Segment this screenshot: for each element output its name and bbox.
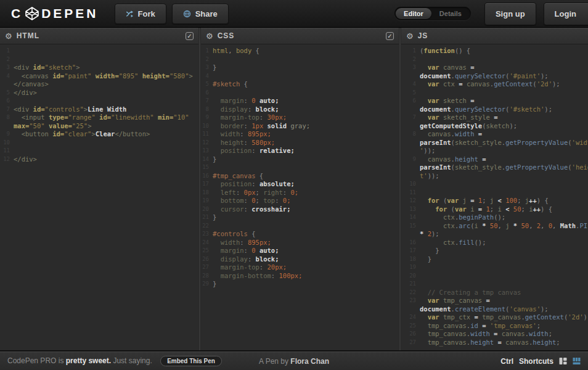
toggle-editor[interactable]: Editor xyxy=(396,8,431,19)
code-line[interactable]: 3 var canvas = xyxy=(401,64,588,72)
code-line[interactable]: 7 var sketch_style = xyxy=(401,113,588,122)
code-line[interactable]: 23 var tmp_canvas = xyxy=(401,297,588,305)
code-line[interactable]: ')); xyxy=(401,147,588,155)
code-line[interactable]: </canvas> xyxy=(0,80,198,89)
code-line[interactable]: 20 xyxy=(401,272,588,281)
code-line[interactable]: 22 // Creating a tmp canvas xyxy=(401,289,588,297)
code-line[interactable]: 8 display: block; xyxy=(201,105,399,114)
embed-pen-button[interactable]: Embed This Pen xyxy=(160,356,222,366)
code-line[interactable]: 14 ctx.beginPath(); xyxy=(401,213,588,222)
code-line[interactable]: 29} xyxy=(201,280,399,289)
code-line[interactable]: 20 cursor: crosshair; xyxy=(201,205,399,214)
code-line[interactable]: 27 margin-top: 20px; xyxy=(201,263,399,272)
code-line[interactable]: 2 xyxy=(0,56,198,64)
code-line[interactable]: 26 tmp_canvas.width = canvas.width; xyxy=(401,330,588,339)
code-line[interactable]: 11 xyxy=(401,189,588,197)
code-line[interactable]: 22 xyxy=(201,222,399,231)
code-line[interactable]: 26 display: block; xyxy=(201,255,399,264)
code-line[interactable]: 19 bottom: 0; top: 0; xyxy=(201,197,399,205)
html-code-editor[interactable]: 123<div id="sketch">4 <canvas id="paint"… xyxy=(0,44,198,352)
gear-icon[interactable]: ⚙ xyxy=(406,32,414,40)
signup-button[interactable]: Sign up xyxy=(484,2,536,25)
code-line[interactable]: document.createElement('canvas'); xyxy=(401,305,588,314)
code-line[interactable]: 25 tmp_canvas.id = 'tmp_canvas'; xyxy=(401,322,588,331)
code-line[interactable]: 1html, body { xyxy=(201,47,399,56)
code-line[interactable]: 18 left: 0px; right: 0; xyxy=(201,189,399,197)
code-line[interactable]: 12</div> xyxy=(0,155,198,164)
code-line[interactable]: 7<div id="controls">Line Width xyxy=(0,105,198,114)
toggle-details[interactable]: Details xyxy=(431,8,470,19)
code-line[interactable]: 4 xyxy=(201,72,399,81)
code-line[interactable]: 21} xyxy=(201,213,399,222)
code-line[interactable]: 13 for (var i = 1; i < 50; i++) { xyxy=(401,205,588,214)
code-line[interactable]: parseInt(sketch_style.getPropertyValue('… xyxy=(401,163,588,172)
code-line[interactable]: 9 <button id="clear">Clear</button> xyxy=(0,130,198,139)
code-line[interactable]: 19 xyxy=(401,263,588,272)
gear-icon[interactable]: ⚙ xyxy=(206,32,213,40)
code-line[interactable]: 10 border: 1px solid gray; xyxy=(201,122,399,131)
code-line[interactable]: 11 xyxy=(0,147,198,155)
code-line[interactable]: 17 position: absolute; xyxy=(201,180,399,189)
code-line[interactable]: 3} xyxy=(201,64,399,72)
code-line[interactable]: 10 xyxy=(0,139,198,147)
grid-icon[interactable] xyxy=(573,357,581,365)
gear-icon[interactable]: ⚙ xyxy=(5,32,12,40)
code-line[interactable]: 2 xyxy=(401,56,588,64)
code-line[interactable]: 23#controls { xyxy=(201,230,399,239)
code-line[interactable]: document.querySelector('#sketch'); xyxy=(401,105,588,114)
code-line[interactable]: 10 xyxy=(401,180,588,189)
codepen-logo[interactable]: C DEPEN xyxy=(11,6,99,21)
code-line[interactable]: 3<div id="sketch"> xyxy=(0,64,198,72)
code-line[interactable]: 6 xyxy=(201,89,399,97)
code-line[interactable]: 9 margin-top: 30px; xyxy=(201,113,399,122)
code-line[interactable]: 16#tmp_canvas { xyxy=(201,172,399,181)
code-line[interactable]: 13 position: relative; xyxy=(201,147,399,155)
pen-author[interactable]: Flora Chan xyxy=(290,357,329,366)
code-line[interactable]: 8 canvas.width = xyxy=(401,130,588,139)
code-line[interactable]: 1(function() { xyxy=(401,47,588,56)
js-code-editor[interactable]: 1(function() {23 var canvas =document.qu… xyxy=(401,44,588,352)
code-line[interactable]: 5</div> xyxy=(0,89,198,97)
code-line[interactable]: max="50" value="25"> xyxy=(0,122,198,131)
code-line[interactable]: 18 } xyxy=(401,255,588,264)
code-line[interactable]: document.querySelector('#paint'); xyxy=(401,72,588,81)
code-line[interactable]: 9 canvas.height = xyxy=(401,155,588,164)
code-line[interactable]: 15 ctx.arc(i * 50, j * 50, 2, 0, Math.PI xyxy=(401,222,588,231)
code-line[interactable]: 7 margin: 0 auto; xyxy=(201,97,399,105)
login-button[interactable]: Login xyxy=(544,2,588,25)
code-line[interactable]: 11 width: 895px; xyxy=(201,130,399,139)
code-line[interactable]: * 2); xyxy=(401,230,588,239)
line-number: 12 xyxy=(401,197,420,205)
code-line[interactable]: 16 ctx.fill(); xyxy=(401,239,588,247)
code-line[interactable]: 8 <input type="range" id="linewidth" min… xyxy=(0,113,198,122)
code-line[interactable]: 24 width: 895px; xyxy=(201,239,399,247)
code-line[interactable]: 6 xyxy=(0,97,198,105)
code-line[interactable]: 1 xyxy=(0,47,198,56)
layout-columns-icon[interactable] xyxy=(559,357,567,365)
code-line[interactable]: 21 xyxy=(401,280,588,289)
css-enabled-checkbox[interactable]: ✓ xyxy=(386,32,394,40)
share-button[interactable]: Share xyxy=(172,4,229,24)
css-code-editor[interactable]: 1html, body {23}45#sketch {67 margin: 0 … xyxy=(201,44,399,352)
code-line[interactable]: 14} xyxy=(201,155,399,164)
html-enabled-checkbox[interactable]: ✓ xyxy=(186,32,194,40)
code-line[interactable]: 17 } xyxy=(401,247,588,255)
code-line[interactable]: t')); xyxy=(401,172,588,181)
code-line[interactable]: parseInt(sketch_style.getPropertyValue('… xyxy=(401,139,588,147)
code-line[interactable]: 27 tmp_canvas.height = canvas.height; xyxy=(401,339,588,347)
code-line[interactable]: 6 var sketch = xyxy=(401,97,588,105)
code-line[interactable]: 12 height: 580px; xyxy=(201,139,399,147)
code-line[interactable]: 5#sketch { xyxy=(201,80,399,89)
code-line[interactable]: 4 <canvas id="paint" width="895" height=… xyxy=(0,72,198,81)
code-line[interactable]: 28 margin-bottom: 100px; xyxy=(201,272,399,281)
code-line[interactable]: 5 xyxy=(401,89,588,97)
code-line[interactable]: 15 xyxy=(201,163,399,172)
code-line[interactable]: 4 var ctx = canvas.getContext('2d'); xyxy=(401,80,588,89)
code-line[interactable]: 2 xyxy=(201,56,399,64)
code-line[interactable]: getComputedStyle(sketch); xyxy=(401,122,588,131)
code-line[interactable]: 12 for (var j = 1; j < 100; j++) { xyxy=(401,197,588,205)
shortcuts-label[interactable]: Shortcuts xyxy=(519,357,553,366)
code-line[interactable]: 25 margin: 0 auto; xyxy=(201,247,399,255)
code-line[interactable]: 24 var tmp_ctx = tmp_canvas.getContext('… xyxy=(401,313,588,322)
fork-button[interactable]: Fork xyxy=(115,4,166,24)
